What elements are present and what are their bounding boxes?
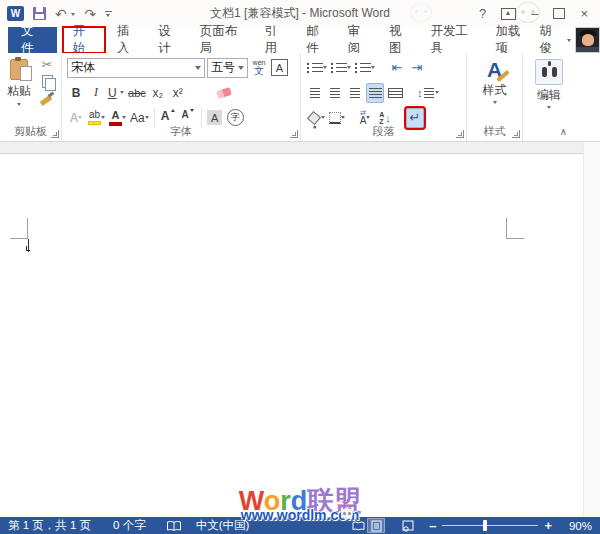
chevron-down-icon[interactable] — [122, 116, 126, 119]
undo-icon: ↶ — [55, 6, 67, 22]
tab-page-layout[interactable]: 页面布局 — [191, 27, 256, 53]
zoom-level-button[interactable]: 90% — [560, 520, 592, 532]
font-name-combobox[interactable]: 宋体 — [67, 58, 205, 78]
paint-bucket-icon — [307, 110, 321, 124]
bullets-button[interactable] — [306, 58, 328, 78]
tab-home[interactable]: 开始 — [63, 27, 104, 53]
bullet-list-icon — [307, 63, 323, 73]
tab-insert[interactable]: 插入 — [108, 27, 149, 53]
strikethrough-button[interactable]: abc — [127, 83, 147, 103]
chevron-down-icon[interactable] — [145, 116, 149, 119]
italic-button[interactable]: I — [87, 83, 105, 103]
line-spacing-button[interactable]: ↕ — [416, 83, 440, 103]
close-button[interactable]: × — [580, 7, 588, 20]
zoom-slider-track[interactable] — [442, 520, 538, 531]
print-layout-button[interactable] — [367, 518, 385, 533]
word-app-icon[interactable]: W — [7, 6, 24, 21]
language-status-button[interactable]: 中文(中国) — [196, 518, 250, 533]
binoculars-icon — [535, 59, 563, 85]
chevron-down-icon[interactable] — [323, 66, 327, 69]
chevron-down-icon[interactable] — [547, 106, 551, 109]
superscript-button[interactable]: x² — [169, 83, 187, 103]
format-painter-button[interactable] — [40, 92, 55, 105]
read-mode-button[interactable] — [349, 518, 367, 533]
redo-button[interactable]: ↷ — [84, 7, 96, 21]
collapse-ribbon-button[interactable]: ∧ — [560, 126, 567, 137]
vertical-scrollbar[interactable] — [583, 142, 600, 517]
copy-button[interactable] — [42, 75, 53, 88]
tab-addins[interactable]: 加载项 — [486, 27, 539, 53]
minimize-button[interactable]: – — [531, 7, 538, 20]
logo-suffix: 联盟 — [307, 486, 361, 516]
tab-view[interactable]: 视图 — [380, 27, 421, 53]
user-account-menu[interactable]: 胡俊 — [540, 27, 575, 53]
align-right-button[interactable] — [346, 83, 364, 103]
text-cursor-pilcrow — [26, 239, 33, 253]
increase-indent-button[interactable]: ⇥ — [408, 58, 426, 78]
underline-button[interactable]: U — [107, 83, 125, 103]
numbering-button[interactable] — [330, 58, 352, 78]
font-color-letter: A — [112, 110, 120, 121]
tab-review[interactable]: 审阅 — [339, 27, 380, 53]
document-area[interactable]: Word联盟 — [0, 142, 600, 517]
character-border-button[interactable]: A — [270, 58, 289, 78]
help-button[interactable]: ? — [479, 7, 486, 20]
tab-references[interactable]: 引用 — [256, 27, 297, 53]
bold-button[interactable]: B — [67, 83, 85, 103]
web-layout-button[interactable] — [399, 518, 417, 533]
font-dialog-launcher[interactable] — [290, 130, 298, 138]
paste-button[interactable]: 粘贴 — [3, 55, 35, 119]
chevron-down-icon[interactable] — [347, 66, 351, 69]
chevron-down-icon[interactable] — [435, 91, 439, 94]
user-avatar[interactable] — [575, 27, 600, 53]
zoom-slider-thumb[interactable] — [483, 520, 487, 531]
paste-label: 粘贴 — [7, 83, 31, 100]
phonetic-guide-button[interactable]: wén 文 — [250, 58, 268, 78]
paste-dropdown-icon[interactable] — [17, 103, 21, 106]
paragraph-dialog-launcher[interactable] — [456, 130, 464, 138]
chevron-down-icon[interactable] — [366, 116, 370, 119]
chevron-down-icon[interactable] — [371, 66, 375, 69]
undo-dropdown-icon[interactable] — [71, 13, 75, 16]
styles-button[interactable]: A 样式 — [470, 55, 519, 119]
chevron-down-icon[interactable] — [101, 116, 105, 119]
clear-formatting-button[interactable] — [215, 83, 233, 103]
save-button[interactable] — [33, 7, 46, 20]
underline-letter: U — [108, 86, 117, 100]
eraser-icon — [216, 87, 232, 99]
chevron-down-icon[interactable] — [238, 66, 244, 70]
tab-mailings[interactable]: 邮件 — [297, 27, 338, 53]
editing-button[interactable]: 编辑 — [526, 55, 572, 119]
zoom-in-button[interactable]: + — [544, 519, 552, 532]
subscript-button[interactable]: x₂ — [149, 83, 167, 103]
proofing-book-icon — [166, 520, 182, 532]
chevron-down-icon[interactable] — [195, 66, 201, 70]
tab-design[interactable]: 设计 — [149, 27, 190, 53]
cut-button[interactable]: ✂ — [42, 58, 53, 71]
clipboard-group: 粘贴 ✂ 剪贴板 — [0, 53, 62, 141]
zoom-out-button[interactable]: – — [429, 519, 436, 532]
chevron-down-icon[interactable] — [341, 116, 345, 119]
chevron-down-icon[interactable] — [120, 91, 124, 94]
font-size-combobox[interactable]: 五号 — [207, 58, 248, 78]
ribbon-display-options-button[interactable] — [501, 8, 516, 20]
maximize-button[interactable] — [553, 8, 565, 19]
customize-qat-button[interactable] — [105, 11, 112, 17]
proofing-status-button[interactable] — [166, 520, 182, 532]
align-center-button[interactable] — [326, 83, 344, 103]
styles-dialog-launcher[interactable] — [512, 130, 520, 138]
tab-developer[interactable]: 开发工具 — [422, 27, 487, 53]
clipboard-dialog-launcher[interactable] — [51, 130, 59, 138]
multilevel-list-button[interactable] — [354, 58, 376, 78]
tab-file[interactable]: 文件 — [8, 27, 57, 53]
distribute-button[interactable] — [386, 83, 404, 103]
decrease-indent-button[interactable]: ⇤ — [388, 58, 406, 78]
paragraph-mark-icon: ↵ — [410, 111, 421, 124]
page-number-status[interactable]: 第 1 页，共 1 页 — [8, 518, 91, 533]
word-count-status[interactable]: 0 个字 — [113, 518, 146, 533]
chevron-down-icon[interactable] — [493, 101, 497, 104]
undo-button[interactable]: ↶ — [55, 5, 75, 23]
align-left-button[interactable] — [306, 83, 324, 103]
chevron-down-icon[interactable] — [321, 116, 325, 119]
justify-button[interactable] — [366, 83, 384, 103]
